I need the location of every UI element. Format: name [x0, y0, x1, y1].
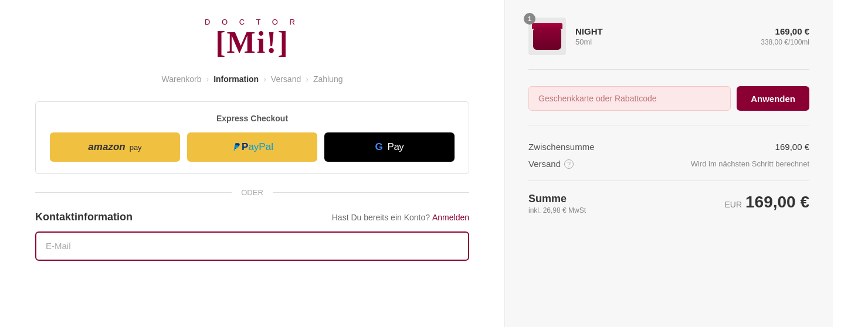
jar-lid: [532, 23, 562, 29]
product-image: [528, 18, 566, 55]
product-volume: 50ml: [575, 38, 751, 46]
oder-label: ODER: [241, 188, 263, 197]
product-price-col: 169,00 € 338,00 €/100ml: [761, 26, 809, 47]
logo-doctor: D O C T O R: [35, 18, 469, 26]
jar-illustration: [532, 23, 562, 50]
paypal-label: P: [242, 141, 248, 153]
breadcrumb-sep-2: ›: [263, 74, 266, 84]
contact-title: Kontaktinformation: [35, 211, 133, 223]
shipping-help-icon[interactable]: ?: [564, 159, 574, 169]
breadcrumb-sep-1: ›: [206, 74, 209, 84]
logo-main: [Mi!]: [35, 28, 469, 58]
product-row: 1 NIGHT 50ml 169,00 € 338,00 €/100ml: [528, 18, 809, 70]
gpay-logo: G Pay: [375, 141, 404, 153]
amazon-logo-text: amazon: [88, 141, 125, 153]
product-name: NIGHT: [575, 26, 751, 36]
gpay-button[interactable]: G Pay: [324, 132, 455, 162]
shipping-row: Versand ? Wird im nächsten Schritt berec…: [528, 159, 809, 181]
breadcrumb-zahlung[interactable]: Zahlung: [313, 74, 343, 84]
total-label: Summe: [528, 193, 586, 205]
total-row: Summe inkl. 26,98 € MwSt EUR 169,00 €: [528, 193, 809, 214]
breadcrumb-versand[interactable]: Versand: [271, 74, 301, 84]
total-label-col: Summe inkl. 26,98 € MwSt: [528, 193, 586, 214]
subtotal-value: 169,00 €: [775, 142, 809, 152]
product-main-price: 169,00 €: [761, 26, 809, 36]
total-currency: EUR: [724, 200, 742, 209]
login-link[interactable]: Anmelden: [432, 213, 469, 222]
shipping-value: Wird im nächsten Schritt berechnet: [691, 159, 809, 168]
jar-body: [533, 29, 561, 50]
paypal-label2: ayPal: [248, 141, 273, 153]
contact-header: Kontaktinformation Hast Du bereits ein K…: [35, 211, 469, 223]
total-price-col: EUR 169,00 €: [724, 193, 809, 212]
login-prompt: Hast Du bereits ein Konto? Anmelden: [332, 213, 469, 222]
right-panel: 1 NIGHT 50ml 169,00 € 338,00 €/100ml Anw…: [504, 0, 833, 327]
email-input-wrapper: [35, 231, 469, 261]
express-checkout-box: Express Checkout amazon pay P ayPal: [35, 101, 469, 174]
product-badge: 1: [524, 13, 535, 25]
breadcrumb-warenkorb[interactable]: Warenkorb: [162, 74, 202, 84]
left-panel: D O C T O R [Mi!] Warenkorb › Informatio…: [0, 0, 504, 327]
paypal-button[interactable]: P ayPal: [187, 132, 317, 162]
shipping-label: Versand ?: [528, 159, 574, 169]
email-input[interactable]: [46, 241, 459, 251]
amazon-pay-button[interactable]: amazon pay: [50, 132, 180, 162]
apply-button[interactable]: Anwenden: [737, 86, 809, 111]
breadcrumb-sep-3: ›: [306, 74, 308, 84]
product-per-100ml: 338,00 €/100ml: [761, 38, 809, 46]
subtotal-row: Zwischensumme 169,00 €: [528, 142, 809, 152]
tax-note: inkl. 26,98 € MwSt: [528, 206, 586, 214]
total-amount: 169,00 €: [745, 193, 809, 212]
oder-divider: ODER: [35, 188, 469, 197]
payment-buttons: amazon pay P ayPal G Pay: [50, 132, 455, 162]
discount-input[interactable]: [528, 86, 731, 111]
product-image-wrapper: 1: [528, 18, 566, 55]
product-info: NIGHT 50ml: [575, 26, 751, 46]
logo-area: D O C T O R [Mi!]: [35, 18, 469, 58]
subtotal-label: Zwischensumme: [528, 142, 595, 152]
breadcrumb: Warenkorb › Information › Versand › Zahl…: [35, 74, 469, 84]
express-checkout-title: Express Checkout: [50, 114, 455, 123]
discount-row: Anwenden: [528, 86, 809, 125]
amazon-pay-text: pay: [130, 143, 142, 152]
paypal-icon: [231, 142, 242, 152]
breadcrumb-information[interactable]: Information: [213, 74, 259, 84]
